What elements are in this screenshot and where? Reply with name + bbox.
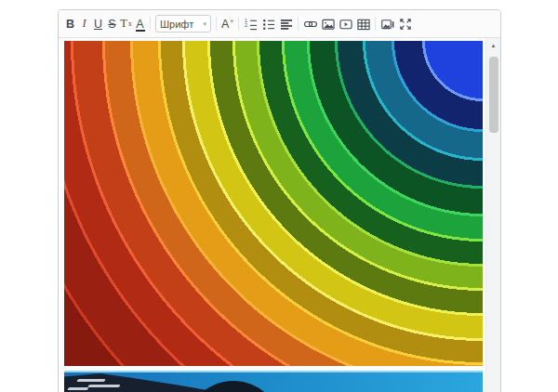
chevron-down-icon: ▾ [230,18,233,25]
rich-text-editor: B I U S Tx A Шрифт ▾ A ▾ 1. [58,9,501,392]
font-size-label: A [221,18,229,31]
remove-format-button[interactable]: Tx [119,14,133,34]
font-family-value: Шрифт [160,19,193,30]
toolbar-separator [298,17,299,31]
remove-format-sub: x [128,20,132,28]
font-color-button[interactable]: A [133,14,147,34]
strike-button[interactable]: S [105,14,119,34]
scroll-up-button[interactable]: ▲ [486,38,500,53]
editor-content-area[interactable]: ▲ [59,38,500,392]
ordered-list-button[interactable]: 1. 2. [242,14,259,34]
image-gallery-button[interactable] [379,14,396,34]
video-button[interactable] [337,14,354,34]
unordered-list-icon [262,18,275,31]
underline-button[interactable]: U [91,14,105,34]
fullscreen-icon [399,18,412,31]
font-color-label: A [136,20,143,29]
link-icon [304,18,317,31]
align-button[interactable] [277,14,295,34]
toolbar-separator [238,17,239,31]
table-button[interactable] [354,14,372,34]
font-color-swatch [136,30,145,32]
toolbar-separator [150,17,151,31]
toolbar-separator [216,17,217,31]
scrollbar-track[interactable]: ▲ [485,38,500,392]
image-top-edge [64,371,483,372]
editor-toolbar: B I U S Tx A Шрифт ▾ A ▾ 1. [59,10,500,38]
image-icon [322,18,335,31]
font-family-dropdown[interactable]: Шрифт ▾ [155,15,211,33]
table-icon [357,18,370,31]
remove-format-label: T [120,17,127,31]
snow-patch [87,385,120,387]
bold-button[interactable]: B [63,14,77,34]
snow-patch [76,379,106,382]
align-icon [280,18,293,31]
scroll-up-arrow-icon: ▲ [491,43,497,48]
chevron-down-icon: ▾ [203,20,206,28]
unordered-list-button[interactable] [259,14,277,34]
italic-button[interactable]: I [77,14,91,34]
video-icon [339,18,352,31]
ordered-list-icon: 1. 2. [245,18,258,31]
page: B I U S Tx A Шрифт ▾ A ▾ 1. [0,0,558,392]
image-gallery-icon [381,18,394,31]
snow-patch [67,387,88,390]
landscape-image[interactable] [64,371,483,392]
rainbow-image[interactable] [64,41,483,366]
link-button[interactable] [301,14,319,34]
font-size-button[interactable]: A ▾ [219,14,235,34]
scrollbar-thumb[interactable] [489,57,498,133]
svg-text:2.: 2. [245,22,248,28]
image-button[interactable] [319,14,337,34]
toolbar-separator [375,17,376,31]
fullscreen-button[interactable] [396,14,414,34]
